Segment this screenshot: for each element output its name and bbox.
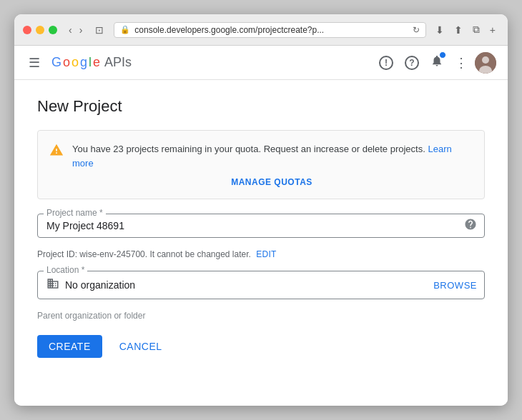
project-name-label: Project name * (44, 208, 106, 218)
header-right: ! ? ⋮ (375, 50, 496, 75)
project-id-text: Project ID: wise-env-245700. It cannot b… (37, 249, 251, 259)
address-bar[interactable]: 🔒 console.developers.google.com/projectc… (114, 22, 425, 38)
logo-l: l (89, 55, 92, 70)
browse-button[interactable]: BROWSE (433, 280, 477, 291)
quota-message: You have 23 projects remaining in your q… (72, 144, 425, 154)
project-name-help-icon[interactable] (464, 218, 477, 234)
reload-button[interactable]: ↻ (413, 25, 420, 35)
nav-buttons: ‹ › (66, 23, 85, 37)
back-button[interactable]: ‹ (66, 23, 75, 37)
notification-icon (430, 56, 443, 70)
logo-o1: o (63, 55, 70, 70)
maximize-traffic-light[interactable] (49, 26, 57, 34)
logo-g: G (51, 55, 61, 70)
new-tab-button[interactable]: + (486, 22, 499, 38)
hamburger-icon: ☰ (29, 56, 40, 70)
logo-e: e (93, 55, 100, 70)
more-icon: ⋮ (455, 55, 468, 71)
edit-project-id-button[interactable]: EDIT (256, 249, 277, 259)
toolbar-right: ⬇ ⬆ ⧉ + (432, 21, 499, 38)
url-text: console.developers.google.com/projectcre… (134, 25, 408, 35)
location-field[interactable]: Location * No organization BROWSE (37, 271, 485, 299)
traffic-lights (23, 26, 57, 34)
avatar[interactable] (475, 52, 496, 74)
help-button[interactable]: ? (400, 51, 423, 74)
project-id-row: Project ID: wise-env-245700. It cannot b… (37, 249, 485, 259)
location-hint: Parent organization or folder (37, 311, 485, 321)
download-icon[interactable]: ⬇ (432, 22, 448, 38)
google-apis-logo: Google APIs (51, 55, 132, 70)
quota-warning-row: You have 23 projects remaining in your q… (49, 142, 473, 170)
lock-icon: 🔒 (120, 25, 130, 34)
svg-point-1 (482, 56, 489, 64)
alert-button[interactable]: ! (375, 51, 398, 74)
apis-text: APIs (104, 55, 132, 70)
manage-quotas-button[interactable]: MANAGE QUOTAS (71, 177, 473, 187)
help-icon: ? (405, 56, 419, 70)
forward-button[interactable]: › (77, 23, 86, 37)
page-title: New Project (37, 97, 485, 116)
more-options-button[interactable]: ⋮ (450, 51, 472, 75)
project-name-field[interactable]: Project name * My Project 48691 (37, 214, 485, 238)
location-label: Location * (44, 265, 87, 275)
main-content: New Project You have 23 projects remaini… (14, 80, 508, 406)
logo-g2: g (80, 55, 87, 70)
quota-warning-box: You have 23 projects remaining in your q… (37, 130, 485, 199)
close-traffic-light[interactable] (23, 26, 31, 34)
duplicate-icon[interactable]: ⧉ (469, 21, 483, 38)
alert-icon: ! (379, 56, 393, 70)
header-left: ☰ Google APIs (26, 52, 132, 74)
project-name-group: Project name * My Project 48691 (37, 214, 485, 238)
warning-icon (49, 143, 64, 161)
app-header: ☰ Google APIs ! ? ⋮ (14, 46, 508, 80)
window-icon-button[interactable]: ⊡ (91, 23, 108, 37)
cancel-button[interactable]: CANCEL (108, 335, 174, 358)
create-button[interactable]: CREATE (37, 335, 102, 358)
organization-icon (46, 277, 59, 293)
title-bar: ‹ › ⊡ 🔒 console.developers.google.com/pr… (14, 14, 508, 46)
action-buttons: CREATE CANCEL (37, 335, 485, 358)
notification-button[interactable] (426, 50, 448, 75)
location-value: No organization (65, 279, 135, 291)
project-name-value: My Project 48691 (46, 220, 124, 231)
minimize-traffic-light[interactable] (36, 26, 44, 34)
browser-window: ‹ › ⊡ 🔒 console.developers.google.com/pr… (14, 14, 508, 406)
share-icon[interactable]: ⬆ (450, 22, 466, 38)
logo-o2: o (72, 55, 79, 70)
quota-text: You have 23 projects remaining in your q… (72, 142, 473, 170)
hamburger-menu-button[interactable]: ☰ (26, 52, 43, 74)
location-group: Location * No organization BROWSE (37, 271, 485, 299)
